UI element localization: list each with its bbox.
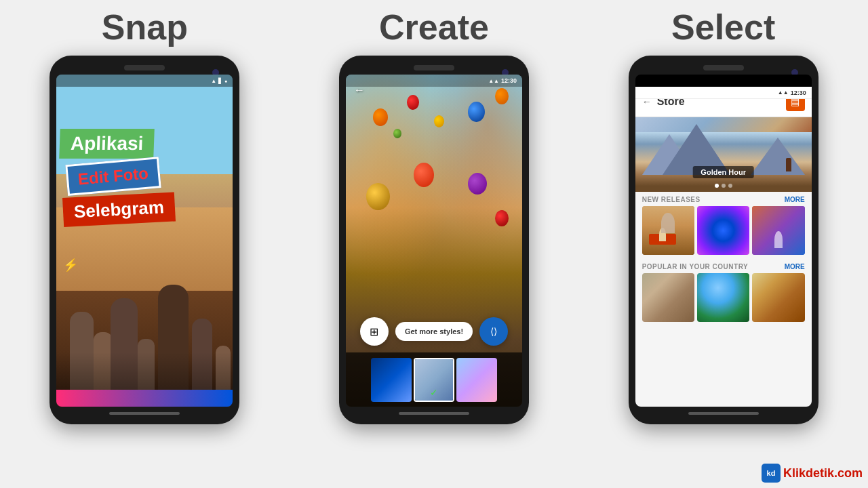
new-releases-header: NEW RELEASES MORE (635, 192, 812, 206)
popular-title: POPULAR IN YOUR COUNTRY (642, 263, 749, 270)
store-content: ← Store ▤ (635, 87, 812, 326)
dot-3 (728, 184, 732, 188)
new-releases-more[interactable]: MORE (785, 196, 805, 203)
banner-aplikasi: Aplikasi (60, 129, 155, 159)
fab-share-button[interactable]: ⟨⟩ (479, 317, 508, 346)
release-thumb-2[interactable] (697, 206, 749, 255)
balloon-6 (393, 129, 401, 138)
phone-1-home-bar (109, 412, 180, 415)
style-thumb-anime[interactable] (456, 358, 497, 402)
banner-selebgram: Selebgram (62, 192, 176, 227)
share-icon: ⟨⟩ (490, 326, 497, 337)
phone-2: ▲▲ 12:30 (339, 56, 529, 424)
fab-styles-label: Get more styles! (395, 322, 473, 341)
release-thumb-3[interactable] (752, 206, 804, 255)
balloon-2 (407, 95, 419, 110)
phone3-wifi-icon: ▲▲ (778, 89, 789, 96)
new-releases-title: NEW RELEASES (642, 196, 701, 203)
phone2-wifi: ▲▲ (488, 78, 499, 84)
dot-2 (722, 184, 726, 188)
lightning-icon: ⚡ (63, 258, 78, 272)
fab-store-button[interactable]: ⊞ (360, 317, 389, 346)
kd-logo-box: kd (762, 464, 781, 483)
banner-container: Aplikasi Edit Foto Selebgram (60, 129, 172, 224)
phone-3: ▲▲ 12:30 ← Store ▤ (629, 56, 818, 424)
snap-title: Snap (102, 7, 188, 47)
fab-store-icon: ⊞ (370, 325, 378, 338)
balloon-5 (495, 88, 509, 104)
balloon-1 (373, 108, 388, 126)
watermark: kd Klikdetik.com (762, 464, 863, 483)
kd-brand-suffix: detik.com (806, 466, 863, 480)
checkmark-icon: ✓ (430, 387, 438, 398)
balloon-9 (468, 173, 487, 195)
phone-1-speaker (124, 65, 165, 70)
phone-2-screen: ▲▲ 12:30 (346, 75, 522, 407)
balloon-3 (434, 115, 444, 127)
create-title: Create (379, 7, 489, 47)
phone2-time: 12:30 (501, 77, 517, 84)
phone1-signal-icon: ▋ (218, 78, 222, 84)
phone-3-speaker (703, 65, 744, 70)
dots-indicator (715, 184, 732, 188)
banner-edit-foto-text: Edit Foto (77, 164, 149, 188)
new-releases-grid (635, 206, 812, 259)
popular-thumb-2[interactable] (697, 273, 749, 322)
featured-label-text: Golden Hour (692, 166, 754, 178)
fab-container: ⊞ Get more styles! ⟨⟩ (346, 317, 522, 346)
kd-logo-text: kd (767, 469, 776, 477)
phone-2-bg: ▲▲ 12:30 (346, 75, 522, 407)
balloon-7 (414, 163, 434, 187)
popular-header: POPULAR IN YOUR COUNTRY MORE (635, 259, 812, 273)
popular-more[interactable]: MORE (785, 263, 805, 270)
phone-3-home-bar (688, 412, 759, 415)
featured-image[interactable]: Golden Hour (635, 117, 812, 192)
phone1-time: ● (224, 79, 227, 83)
balloon-8 (366, 183, 390, 210)
release-thumb-1[interactable] (642, 206, 694, 255)
kd-brand-prefix: Klik (783, 466, 806, 480)
thumbnail-strip: ✓ (346, 352, 522, 407)
phone-2-home-bar (399, 412, 469, 415)
style-thumb-wave[interactable] (371, 358, 412, 402)
balloon-4 (468, 102, 485, 122)
phone-1-screen: ▲ ▋ ● (56, 75, 233, 407)
banner-edit-foto: Edit Foto (66, 157, 161, 196)
balloon-10 (495, 210, 509, 226)
select-column: Select ▲▲ 12:30 ← Store (578, 0, 868, 488)
bottom-color-bar (56, 390, 233, 407)
phone1-wifi-icon: ▲ (211, 78, 216, 84)
phone-1: ▲ ▋ ● (50, 56, 239, 424)
phone3-time: 12:30 (791, 89, 806, 96)
popular-thumb-3[interactable] (752, 273, 804, 322)
popular-grid (635, 273, 812, 326)
style-thumb-active[interactable]: ✓ (414, 358, 454, 402)
kd-brand-text: Klikdetik.com (783, 466, 863, 481)
phone-1-bg: Aplikasi Edit Foto Selebgram ⚡ (56, 75, 233, 407)
dot-1 (715, 184, 719, 188)
create-column: Create ▲▲ 12:30 (290, 0, 579, 488)
snap-column: Snap ▲ ▋ ● (0, 0, 290, 488)
select-title: Select (671, 7, 775, 47)
store-screen: ▲▲ 12:30 ← Store ▤ (635, 87, 812, 407)
popular-thumb-1[interactable] (642, 273, 694, 322)
phone-2-speaker (414, 65, 454, 70)
phone-3-screen: ▲▲ 12:30 ← Store ▤ (635, 75, 812, 407)
